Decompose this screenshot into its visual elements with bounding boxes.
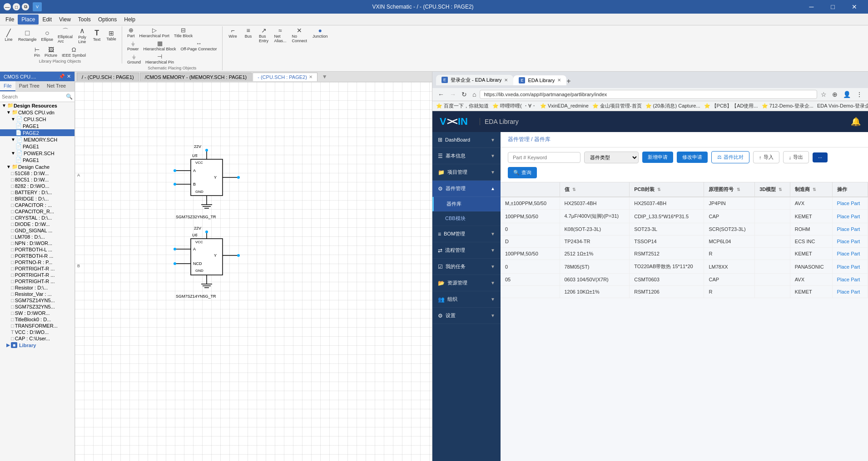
tree-8282[interactable]: □ 8282 : D:\WO...: [0, 183, 74, 189]
nav-bookmark-btn[interactable]: ☆: [819, 90, 828, 99]
nav-org[interactable]: 👥 组织 ▼: [432, 291, 501, 308]
nav-menu-btn[interactable]: ⋮: [854, 90, 864, 99]
bookmark-bilibili[interactable]: ⭐ 哔哩哔哩( ・∀・: [492, 103, 536, 109]
nav-flow-mgmt[interactable]: ⇄ 流程管理 ▼: [432, 242, 501, 259]
cell-action-2[interactable]: Place Part: [832, 210, 868, 223]
rectangle-tool[interactable]: □ Rectangle: [16, 29, 39, 43]
nav-extensions-btn[interactable]: ⊕: [830, 90, 839, 99]
tree-bridge[interactable]: □ BRIDGE : D:\...: [0, 196, 74, 202]
tree-portright-r2[interactable]: □ PORTRIGHT-R ...: [0, 272, 74, 278]
hierarchical-port-tool[interactable]: ▷ Hierarchical Port: [138, 26, 171, 39]
tab-cpu-page1[interactable]: / - (CPU.SCH : PAGE1): [77, 73, 139, 81]
table-tool[interactable]: ⊞ Table: [104, 29, 118, 42]
tree-vcc[interactable]: T VCC : D:\WO...: [0, 329, 74, 335]
tree-battery[interactable]: □ BATTERY : D:\...: [0, 189, 74, 196]
menu-help[interactable]: Help: [120, 15, 139, 25]
nav-cbb[interactable]: CBB模块: [432, 211, 501, 226]
cell-action-4[interactable]: Place Part: [832, 235, 868, 248]
tree-page2-cpu[interactable]: 📄 PAGE2: [0, 129, 74, 136]
nav-settings[interactable]: ⚙ 设置 ▼: [432, 308, 501, 324]
cell-action-3[interactable]: Place Part: [832, 223, 868, 235]
tab-memory-page1[interactable]: /CMOS MEMORY - (MEMORY.SCH : PAGE1): [140, 73, 252, 81]
tree-resistor-var[interactable]: □ Resistor_Var : ...: [0, 291, 74, 297]
window-minimize-btn[interactable]: —: [4, 3, 11, 10]
elliptical-arc-tool[interactable]: ⌒ EllipticalArc: [56, 27, 74, 44]
col-header-pcb[interactable]: PCB封装 ⇅: [630, 182, 704, 197]
part-tool[interactable]: ⊕ Part: [126, 26, 136, 39]
btn-edit-apply[interactable]: 修改申请: [677, 152, 708, 163]
btn-import[interactable]: ↑ 导入: [753, 151, 779, 163]
btn-more[interactable]: ···: [813, 152, 828, 162]
tab-close-library[interactable]: ✕: [557, 78, 561, 83]
search-icon[interactable]: 🔍: [66, 93, 73, 100]
tree-portboth-l[interactable]: □ PORTBOTH-L ...: [0, 246, 74, 253]
tree-lm708[interactable]: □ LM708 : D:\...: [0, 234, 74, 240]
nav-back-btn[interactable]: ←: [436, 90, 446, 99]
place-part-link-2[interactable]: Place Part: [837, 214, 860, 219]
nav-my-tasks[interactable]: ☑ 我的任务 ▼: [432, 259, 501, 275]
tree-design-cache[interactable]: ▼ 📁 Design Cache: [0, 163, 74, 170]
close-button[interactable]: ✕: [844, 0, 864, 14]
place-part-link-8[interactable]: Place Part: [837, 289, 860, 294]
panel-close-btn[interactable]: ✕: [67, 74, 71, 79]
nav-refresh-btn[interactable]: ↻: [460, 90, 469, 99]
col-header-value[interactable]: 值 ⇅: [560, 182, 630, 197]
hierarchical-block-tool[interactable]: ▦ Hierarchical Block: [142, 39, 178, 52]
bookmark-pcb[interactable]: ⭐ 【PCB】【AD使用...: [704, 103, 758, 109]
breadcrumb-part-mgmt[interactable]: 器件管理: [508, 136, 530, 142]
tree-sgm7sz32[interactable]: □ SGM7SZ32YN5...: [0, 304, 74, 310]
nav-home-btn[interactable]: ⌂: [471, 90, 478, 99]
tab-cpu-page2-close[interactable]: ✕: [309, 74, 312, 79]
tree-gnd-signal[interactable]: □ GND_SIGNAL ...: [0, 227, 74, 234]
tree-crystal[interactable]: □ CRYSTAL : D:\...: [0, 215, 74, 221]
tree-page1-pwr[interactable]: 📄 PAGE1: [0, 157, 74, 163]
nav-dashboard[interactable]: ⊞ DashBoard ▼: [432, 132, 501, 148]
line-tool[interactable]: ╱ Line: [2, 29, 15, 43]
bookmark-eda-vxin[interactable]: EDA Vxin-Demo-登录企...: [817, 103, 868, 109]
window-restore-btn[interactable]: ⧉: [22, 3, 29, 10]
menu-options[interactable]: Options: [94, 15, 120, 25]
cell-action-7[interactable]: Place Part: [832, 274, 868, 286]
menu-view[interactable]: View: [55, 15, 74, 25]
place-part-link-7[interactable]: Place Part: [837, 277, 860, 282]
menu-edit[interactable]: Edit: [39, 15, 55, 25]
nav-resource-mgmt[interactable]: 📂 资源管理 ▼: [432, 275, 501, 291]
nav-part-library[interactable]: 器件库: [432, 197, 501, 211]
pin-tool[interactable]: ⊢ Pin: [33, 46, 41, 58]
nav-forward-btn[interactable]: →: [448, 90, 458, 99]
menu-tools[interactable]: Tools: [74, 15, 94, 25]
tab-net-tree[interactable]: Net Tree: [43, 81, 69, 91]
tree-portright-r1[interactable]: □ PORTRIGHT-R ...: [0, 265, 74, 272]
btn-new-apply[interactable]: 新增申请: [642, 152, 673, 163]
cell-action-8[interactable]: Place Part: [832, 286, 868, 298]
nav-bom-mgmt[interactable]: ≡ BOM管理 ▼: [432, 226, 501, 242]
place-part-link-6[interactable]: Place Part: [837, 264, 860, 270]
minimize-button[interactable]: ─: [801, 0, 822, 14]
menu-file[interactable]: File: [2, 15, 18, 25]
btn-export[interactable]: ↓ 导出: [783, 151, 809, 163]
search-input[interactable]: [2, 94, 66, 99]
panel-pin-btn[interactable]: 📌: [59, 74, 65, 79]
nav-part-mgmt[interactable]: ⚙ 器件管理 ▲: [432, 181, 501, 197]
net-alias-tool[interactable]: ≈ NetAlias...: [273, 26, 288, 44]
bookmark-jinshan[interactable]: ⭐ 金山项目管理-首页: [592, 103, 642, 109]
window-maximize-btn[interactable]: □: [13, 3, 20, 10]
part-keyword-input[interactable]: [508, 152, 580, 163]
breadcrumb-part-library[interactable]: 器件库: [534, 136, 551, 142]
tab-close-login[interactable]: ✕: [504, 78, 508, 83]
tree-resistor[interactable]: □ Resistor : D:\...: [0, 284, 74, 291]
tree-cap[interactable]: □ CAP : C:\User...: [0, 335, 74, 342]
tree-transformer[interactable]: □ TRANSFORMER...: [0, 323, 74, 329]
bookmark-vxineda[interactable]: ⭐ VxinEDA_redmine: [540, 103, 589, 109]
tree-diode[interactable]: □ DIODE : D:\W...: [0, 221, 74, 227]
wire-tool[interactable]: ⌐ Wire: [226, 26, 240, 39]
col-header-manufacturer[interactable]: 制造商 ⇅: [790, 182, 832, 197]
tab-part-tree[interactable]: Part Tree: [15, 81, 43, 91]
maximize-button[interactable]: □: [823, 0, 843, 14]
title-block-tool[interactable]: ⊟ Title Block: [173, 26, 194, 39]
nav-basic-info[interactable]: ☰ 基本信息 ▼: [432, 148, 501, 164]
ground-tool[interactable]: ⏚ Ground: [126, 53, 142, 65]
menu-place[interactable]: Place: [18, 15, 39, 25]
bus-tool[interactable]: ≡ Bus: [242, 26, 255, 39]
tree-80c51[interactable]: □ 80C51 : D:\W...: [0, 177, 74, 183]
